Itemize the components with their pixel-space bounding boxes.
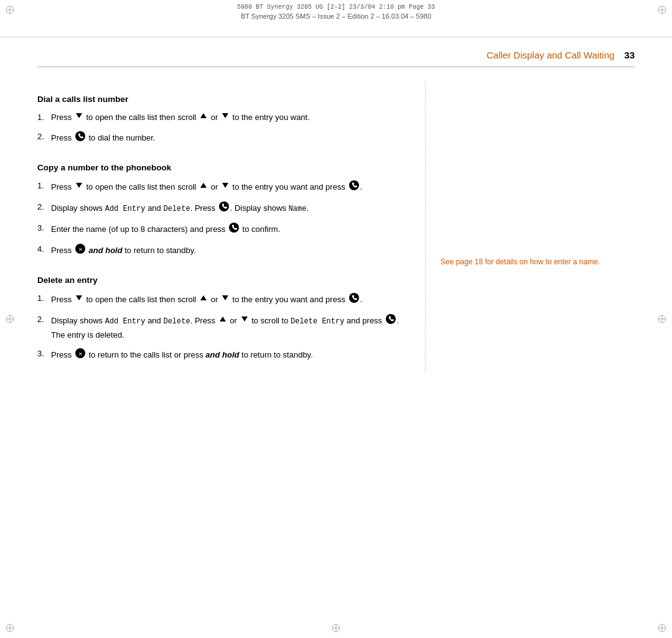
step-copy-3: 3. Enter the name (of up to 8 characters… (37, 222, 413, 237)
svg-marker-34 (200, 295, 207, 300)
step-delete-2: 2. Display shows Add Entry and Delete. P… (37, 313, 413, 341)
off-icon-2: ✕ (75, 348, 86, 363)
svg-marker-21 (76, 113, 82, 118)
svg-marker-37 (220, 317, 226, 321)
instructions-delete: 1. Press to open the calls list then scr… (37, 292, 413, 363)
side-note: See page 18 for details on how to enter … (441, 256, 635, 267)
step-num: 3. (37, 348, 51, 363)
reg-mark-bottom-right (657, 623, 667, 633)
up-arrow-icon-4 (218, 315, 227, 327)
reg-mark-bottom-left (5, 623, 15, 633)
step-num: 1. (37, 111, 51, 124)
step-copy-2: 2. Display shows Add Entry and Delete. P… (37, 201, 413, 216)
svg-marker-27 (222, 183, 228, 188)
svg-marker-38 (241, 317, 248, 321)
step-text: Press to dial the number. (51, 131, 413, 146)
menu-icon-4 (348, 292, 360, 307)
svg-text:✕: ✕ (78, 247, 82, 252)
step-delete-1: 1. Press to open the calls list then scr… (37, 292, 413, 307)
down-arrow-icon-2 (221, 111, 230, 124)
section-heading-delete: Delete an entry (37, 275, 413, 285)
content-area: Dial a calls list number 1. Press to ope… (37, 82, 635, 372)
svg-marker-35 (222, 295, 228, 300)
section-heading-copy: Copy a number to the phonebook (37, 163, 413, 172)
step-num: 3. (37, 222, 51, 237)
step-text: Press to open the calls list then scroll… (51, 292, 413, 307)
step-text: Press ✕ to return to the calls list or p… (51, 348, 413, 363)
step-dial-2: 2. Press to dial the number. (37, 131, 413, 146)
step-num: 1. (37, 180, 51, 195)
up-arrow-icon (199, 111, 208, 124)
reg-mark-mid-right (657, 314, 667, 324)
page-number: 33 (624, 50, 635, 60)
svg-text:✕: ✕ (78, 351, 82, 357)
page-header: 5980 BT Synergy 3205 UG [2-2] 23/3/04 2:… (0, 0, 672, 37)
header-top-line: 5980 BT Synergy 3205 UG [2-2] 23/3/04 2:… (0, 0, 672, 11)
svg-marker-26 (200, 183, 207, 188)
down-arrow-icon-7 (240, 315, 249, 327)
menu-icon-3 (228, 222, 240, 237)
step-num: 1. (37, 292, 51, 307)
down-arrow-icon-3 (75, 181, 83, 193)
step-dial-1: 1. Press to open the calls list then scr… (37, 111, 413, 124)
svg-marker-22 (200, 113, 207, 118)
step-text: Enter the name (of up to 8 characters) a… (51, 222, 413, 237)
step-copy-4: 4. Press ✕ and hold to return to standby… (37, 243, 413, 258)
reg-mark-mid-left (5, 314, 15, 324)
step-text: Display shows Add Entry and Delete. Pres… (51, 201, 413, 216)
down-arrow-icon-6 (221, 294, 230, 306)
side-column: See page 18 for details on how to enter … (426, 82, 635, 372)
instructions-dial: 1. Press to open the calls list then scr… (37, 111, 413, 146)
step-num: 2. (37, 313, 51, 341)
step-delete-3: 3. Press ✕ to return to the calls list o… (37, 348, 413, 363)
instructions-copy: 1. Press to open the calls list then scr… (37, 180, 413, 259)
svg-marker-25 (76, 183, 82, 188)
up-arrow-icon-3 (199, 294, 208, 306)
step-num: 2. (37, 131, 51, 146)
chapter-title: Caller Display and Call Waiting (487, 50, 614, 60)
reg-mark-bottom-mid (331, 623, 341, 633)
step-num: 2. (37, 201, 51, 216)
step-text: Press to open the calls list then scroll… (51, 111, 413, 124)
chapter-header: Caller Display and Call Waiting 33 (37, 37, 635, 67)
step-copy-1: 1. Press to open the calls list then scr… (37, 180, 413, 195)
step-text: Press to open the calls list then scroll… (51, 180, 413, 195)
page-body: Caller Display and Call Waiting 33 Dial … (37, 37, 635, 613)
main-column: Dial a calls list number 1. Press to ope… (37, 82, 426, 372)
menu-icon-2 (218, 201, 230, 216)
svg-marker-33 (76, 295, 82, 300)
up-arrow-icon-2 (199, 181, 208, 193)
header-sub-line: BT Synergy 3205 SMS – Issue 2 – Edition … (0, 11, 672, 20)
down-arrow-icon-5 (75, 294, 83, 306)
menu-icon-5 (385, 313, 396, 328)
step-text: Display shows Add Entry and Delete. Pres… (51, 313, 413, 341)
svg-marker-23 (222, 113, 228, 118)
menu-icon (348, 180, 360, 195)
off-icon: ✕ (75, 243, 86, 258)
down-arrow-icon (75, 111, 83, 124)
step-text: Press ✕ and hold to return to standby. (51, 243, 413, 258)
phone-icon (75, 131, 86, 146)
step-num: 4. (37, 243, 51, 258)
down-arrow-icon-4 (221, 181, 230, 193)
section-heading-dial: Dial a calls list number (37, 95, 413, 104)
